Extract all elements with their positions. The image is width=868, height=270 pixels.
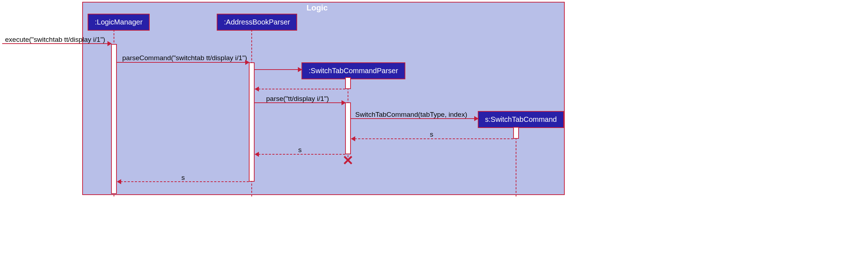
msg-return-s1-label: s [430,130,433,138]
arrow-parse-head [342,100,346,105]
activation-switch-tab-command [513,127,519,139]
participant-logic-manager: :LogicManager [88,14,150,31]
arrow-switch-tab-command [351,118,478,119]
msg-execute-label: execute("switchtab tt/display i/1") [5,36,105,44]
msg-return-s2-label: s [298,146,302,154]
activation-logic-manager [111,44,117,194]
arrow-return-parser-create [258,89,345,89]
activation-address-book-parser [249,62,255,182]
participant-address-book-parser: :AddressBookParser [217,14,297,31]
arrow-parse [255,102,345,103]
logic-frame-title: Logic [307,3,328,13]
arrow-return-s3-head [117,179,121,184]
participant-switch-tab-command: s:SwitchTabCommand [478,111,564,128]
arrow-return-s2 [258,154,345,155]
activation-switch-tab-command-parser-1 [345,77,351,89]
arrow-create-parser-head [298,67,302,72]
msg-return-s3-label: s [181,174,185,182]
participant-switch-tab-command-parser: :SwitchTabCommandParser [301,62,405,79]
arrow-parse-command [117,62,249,63]
arrow-return-s1-head [351,136,355,141]
arrow-switch-tab-command-head [474,116,479,121]
arrow-return-s1 [354,138,513,139]
msg-parse-label: parse("tt/display i/1") [266,95,329,103]
arrow-execute [2,43,111,44]
msg-parse-command-label: parseCommand("switchtab tt/display i/1") [122,54,247,62]
arrow-execute-head [107,41,112,46]
arrow-return-s2-head [255,152,259,157]
destroy-icon: ✕ [342,152,354,168]
arrow-create-parser [255,69,301,70]
activation-switch-tab-command-parser-2 [345,102,351,154]
arrow-return-s3 [120,181,249,182]
msg-switch-tab-command-label: SwitchTabCommand(tabType, index) [355,111,467,119]
arrow-return-parser-create-head [255,87,259,92]
arrow-parse-command-head [245,60,250,65]
